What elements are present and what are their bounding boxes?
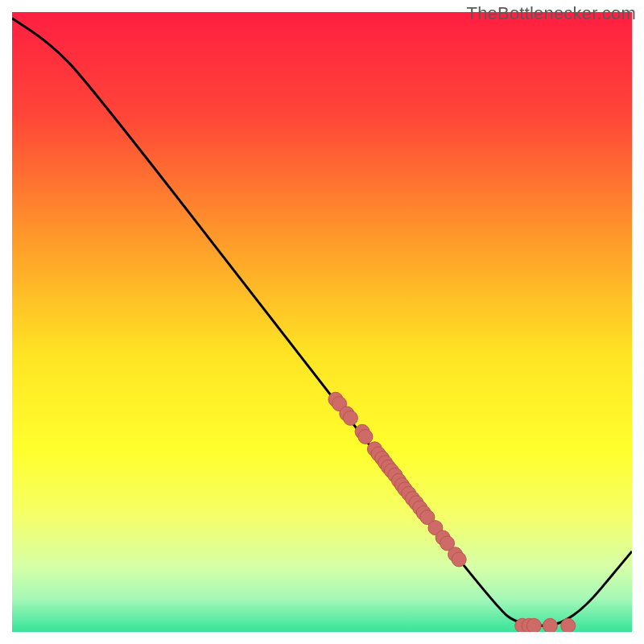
scatter-point [543, 618, 557, 633]
scatter-point [343, 411, 357, 425]
svg-rect-2 [0, 0, 12, 644]
scatter-point [452, 552, 466, 567]
scatter-point [358, 429, 373, 444]
bottleneck-chart [0, 0, 644, 644]
svg-rect-3 [632, 0, 644, 644]
scatter-point [526, 618, 541, 633]
scatter-point [561, 618, 576, 633]
watermark-text: TheBottlenecker.com [467, 3, 636, 24]
chart-container: TheBottlenecker.com [0, 0, 644, 644]
svg-rect-1 [0, 632, 644, 644]
